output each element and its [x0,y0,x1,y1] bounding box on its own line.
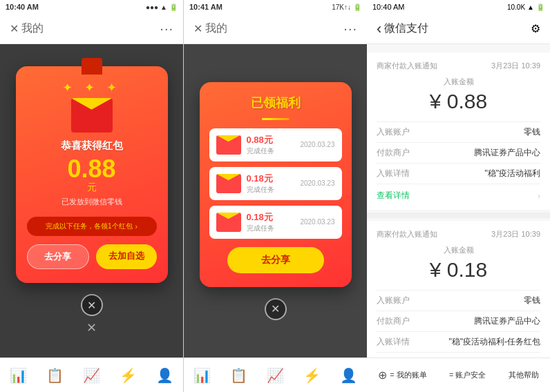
fuoli-item-info-0: 0.88元 完成任务 [247,134,295,156]
nav-trade-2[interactable]: 📈 [267,367,284,384]
fuoli-amount-1: 0.18元 [247,173,295,185]
pn-value-1-2: "稳"疫活动福利-任务红包 [425,336,540,348]
chevron-right-icon-0: › [538,191,540,201]
panel1-background: ✦ ✦ ✦ 恭喜获得红包 0.88 元 已发放到微信零钱 完成以下任务，各领1个… [0,44,183,357]
close-modal-button-2[interactable]: ✕ [265,298,287,320]
pn-row-1-1: 付款商户 腾讯证券产品中心 [377,311,540,331]
panel-1: 10:40 AM ●●● ▲ 🔋 ✕ 我的 ··· ✦ ✦ ✦ 恭喜获得红包 0… [0,0,183,392]
news-icon-1: 📋 [46,367,64,384]
status-bar-1: 10:40 AM ●●● ▲ 🔋 [0,0,183,14]
bill-icon: ⊕ [378,369,387,382]
pn-row-0-2: 入账详情 "稳"疫活动福利 [377,163,540,184]
nav-news-2[interactable]: 📋 [230,367,247,384]
fuoli-status-1: 完成任务 [247,185,295,195]
app-header-2: ✕ 我的 ··· [184,14,367,44]
fuoli-item-0: 0.88元 完成任务 2020.03.23 [209,128,342,161]
sparkles-icon: ✦ ✦ ✦ [62,80,121,95]
more-button-1[interactable]: ··· [160,21,173,37]
fuoli-amount-2: 0.18元 [247,211,295,224]
close-button-1[interactable]: ✕ 我的 [10,21,44,36]
collapse-icon-1[interactable]: ✕ [86,320,97,335]
status-icons-2: 17K↑↓ 🔋 [332,3,361,11]
market-icon-1: 📊 [10,367,27,384]
pn-header-label-1: 商家付款入账通知 [377,230,437,238]
pn-row-1-2: 入账详情 "稳"疫活动福利-任务红包 [377,331,540,352]
pn-label-0-1: 付款商户 [377,147,425,159]
battery-icon-1: 🔋 [169,3,178,11]
close-icon-1: ✕ [10,22,19,35]
fuoli-share-button[interactable]: 去分享 [227,247,324,273]
status-icons-1: ●●● ▲ 🔋 [146,3,178,11]
bottom-nav-2: 📊 📋 📈 ⚡ 👤 [184,357,367,392]
battery-3: 🔋 [536,3,544,11]
nav-market-1[interactable]: 📊 [10,367,27,384]
time-2: 10:41 AM [189,3,222,11]
panel-3: 10:40 AM 10.0K ▲ 🔋 ‹ 微信支付 ⚙ 商家付款入账通知 3月2… [367,0,550,392]
nav-market-2[interactable]: 📊 [193,367,211,384]
fuoli-item-1: 0.18元 完成任务 2020.03.23 [209,167,342,200]
view-detail-link-0[interactable]: 查看详情 › [377,184,540,202]
fuoli-date-2: 2020.03.23 [300,218,334,226]
pn-value-0-0: 零钱 [425,126,540,138]
close-button-2[interactable]: ✕ 我的 [193,21,227,36]
pn-value-0-2: "稳"疫活动福利 [425,168,540,179]
pn-row-0-0: 入账账户 零钱 [377,121,540,142]
fuoli-status-0: 完成任务 [247,146,295,156]
fuoli-env-icon-1 [216,174,241,193]
pn-value-1-0: 零钱 [425,295,540,306]
nav-discover-1[interactable]: ⚡ [120,367,137,384]
wifi-icon-1: ▲ [160,3,167,11]
nav-label-bill: = 我的账单 [390,370,426,380]
back-label: 微信支付 [384,21,428,36]
nav-trade-1[interactable]: 📈 [83,367,100,384]
fuoli-overlay: 已领福利 0.88元 完成任务 2020.03.23 0.18元 完成任务 [184,44,367,357]
gear-button-3[interactable]: ⚙ [531,22,540,35]
more-button-2[interactable]: ··· [343,21,357,37]
fuoli-status-2: 完成任务 [247,224,295,233]
app-header-1: ✕ 我的 ··· [0,14,183,44]
fuoli-title: 已领福利 [251,95,301,111]
panel-2: 10:41 AM 17K↑↓ 🔋 ✕ 我的 ··· 已领福利 0.88元 完成任… [183,0,367,392]
close-circle-icon-2: ✕ [271,302,280,315]
pn-amount-label-0: 入账金额 [377,77,540,87]
payment-notice-1: 商家付款入账通知 3月23日 10:39 入账金额 ¥ 0.18 入账账户 零钱… [367,221,550,357]
payment-notices-scroll[interactable]: 商家付款入账通知 3月23日 10:39 入账金额 ¥ 0.88 入账账户 零钱… [367,44,550,357]
nav-profile-2[interactable]: 👤 [340,367,357,384]
re-title: 恭喜获得红包 [61,139,123,153]
nav-profile-1[interactable]: 👤 [156,367,173,384]
nav-discover-2[interactable]: ⚡ [303,367,321,384]
arrow-right-icon: › [135,223,138,231]
signal-2: 17K↑↓ [332,3,351,11]
close-modal-button-1[interactable]: ✕ [81,294,103,316]
signal-icon-1: ●●● [146,3,158,11]
pn-row-1-0: 入账账户 零钱 [377,290,540,311]
pn-label-0-0: 入账账户 [377,126,425,138]
panel2-background: 已领福利 0.88元 完成任务 2020.03.23 0.18元 完成任务 [184,44,367,357]
nav-my-bill[interactable]: ⊕ = 我的账单 [378,369,426,382]
fuoli-env-icon-0 [216,135,241,155]
nav-other-help[interactable]: 其他帮助 [509,370,539,380]
battery-2: 🔋 [353,3,361,11]
view-detail-link-1[interactable]: 查看详情 › [377,352,540,357]
status-bar-2: 10:41 AM 17K↑↓ 🔋 [184,0,367,14]
select-button-1[interactable]: 去加自选 [96,244,157,269]
news-icon-2: 📋 [230,367,247,384]
pn-row-0-1: 付款商户 腾讯证券产品中心 [377,142,540,163]
banner-text: 完成以下任务，各领1个红包 [46,222,133,231]
pn-amount-label-1: 入账金额 [377,245,540,255]
nav-account-security[interactable]: = 账户安全 [449,370,486,380]
pn-amount-0: ¥ 0.88 [377,90,540,113]
pn-header-label-0: 商家付款入账通知 [377,61,437,70]
fuoli-item-2: 0.18元 完成任务 2020.03.23 [209,206,342,239]
fuoli-amount-0: 0.88元 [247,134,295,146]
trade-icon-2: 📈 [267,367,284,384]
pn-label-1-1: 付款商户 [377,315,425,327]
wifi-3: ▲ [527,3,534,11]
divider-1 [367,213,550,218]
back-button-3[interactable]: ‹ 微信支付 [377,20,428,38]
nav-news-1[interactable]: 📋 [46,367,64,384]
re-buttons: 去分享 去加自选 [27,244,157,269]
fuoli-env-icon-2 [216,213,241,232]
share-button-1[interactable]: 去分享 [27,244,89,269]
pn-label-1-2: 入账详情 [377,336,425,348]
